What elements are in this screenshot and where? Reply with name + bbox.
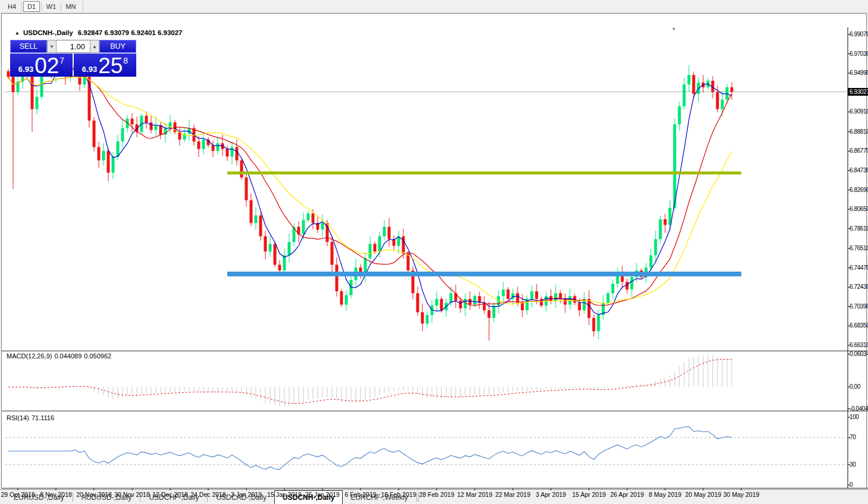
- candle-body: [307, 213, 310, 220]
- candle-body: [554, 293, 557, 301]
- date-axis-label: 24 Dec 2018: [190, 491, 226, 498]
- date-axis-label: 26 Apr 2019: [610, 491, 644, 498]
- chart-canvas[interactable]: [2, 14, 868, 504]
- candle-body: [678, 106, 681, 124]
- price-axis-label: 6.90910: [850, 108, 868, 115]
- candle-body: [369, 244, 372, 258]
- one-click-trading-panel: SELL ▼ ▲ BUY 6.93 02 7 6.93 25 8: [10, 40, 136, 77]
- date-axis-label: 29 Oct 2018: [1, 491, 35, 498]
- candle-body: [269, 244, 272, 251]
- current-price-tag: 6.93027: [848, 88, 868, 96]
- candle-body: [731, 87, 734, 92]
- date-axis-label: 20 May 2019: [685, 491, 722, 498]
- collapse-arrow-icon[interactable]: ▲: [15, 30, 20, 36]
- candle-body: [312, 213, 315, 223]
- toolbar-separator: [21, 2, 22, 11]
- candle-body: [112, 156, 115, 172]
- volume-stepper: ▼ ▲: [47, 40, 99, 53]
- candle-body: [578, 303, 581, 310]
- price-axis-label: 6.78610: [850, 225, 868, 232]
- buy-price-box[interactable]: 6.93 25 8: [74, 53, 136, 77]
- candle-body: [440, 299, 443, 310]
- buy-button[interactable]: BUY: [99, 40, 136, 53]
- date-axis-label: 18 Feb 2019: [381, 491, 416, 498]
- candle-body: [255, 215, 258, 223]
- rsi-label: RSI(14): [7, 414, 29, 421]
- volume-increase-button[interactable]: ▲: [90, 40, 99, 53]
- candle-body: [93, 121, 96, 147]
- candle-body: [383, 227, 386, 237]
- date-axis-label: 3 Jan 2019: [231, 491, 262, 498]
- volume-decrease-button[interactable]: ▼: [47, 40, 57, 53]
- candle-body: [416, 293, 419, 312]
- timeframe-button-mn[interactable]: MN: [62, 1, 79, 12]
- moving-average-line-mid: [8, 76, 732, 305]
- rsi-axis-label: 70: [850, 434, 868, 440]
- candle-body: [535, 291, 538, 299]
- price-axis-label: 6.94990: [850, 70, 868, 76]
- price-axis-label: 6.86770: [850, 147, 868, 154]
- chart-symbol-title: USDCNH-,Daily: [23, 29, 73, 36]
- price-axis-label: 6.97030: [850, 51, 868, 57]
- macd-indicator-header: MACD(12,26,9)0.0440890.050962: [7, 352, 114, 360]
- candle-body: [107, 151, 110, 173]
- candle-body: [121, 128, 124, 141]
- toolbar-separator: [61, 2, 61, 11]
- candle-body: [155, 125, 158, 130]
- mt4-window: H4D1W1MN ▲USDCNH-,Daily6.92847 6.93079 6…: [0, 0, 868, 504]
- date-axis-label: 3 Apr 2019: [536, 491, 566, 498]
- candle-body: [212, 145, 215, 151]
- candle-body: [450, 293, 453, 303]
- candle-body: [664, 219, 667, 225]
- candle-body: [288, 242, 291, 255]
- candle-body: [250, 200, 253, 223]
- sell-button[interactable]: SELL: [10, 40, 47, 53]
- timeframe-button-h4[interactable]: H4: [4, 1, 20, 12]
- candle-body: [259, 215, 262, 236]
- candle-body: [374, 244, 377, 251]
- timeframe-button-w1[interactable]: W1: [43, 1, 59, 12]
- candle-body: [297, 227, 300, 235]
- date-axis-label: 12 Mar 2019: [457, 491, 493, 498]
- date-axis-label: 30 Nov 2018: [114, 491, 150, 498]
- candle-body: [488, 310, 491, 318]
- price-axis-label: 6.74470: [850, 264, 868, 271]
- sell-price-box[interactable]: 6.93 02 7: [10, 53, 73, 77]
- candle-body: [217, 143, 220, 151]
- rsi-value: 71.1116: [32, 414, 54, 421]
- macd-axis-label: -0.04041: [850, 405, 868, 412]
- date-axis-label: 8 Nov 2018: [40, 491, 72, 498]
- candle-body: [650, 255, 653, 267]
- candle-body: [274, 244, 277, 264]
- macd-label: MACD(12,26,9): [7, 352, 52, 360]
- price-axis-label: 6.82690: [850, 187, 868, 193]
- chart-window: ▲USDCNH-,Daily6.92847 6.93079 6.92401 6.…: [1, 13, 867, 489]
- candle-body: [388, 227, 391, 240]
- candle-body: [521, 303, 524, 310]
- candle-body: [692, 75, 695, 94]
- candle-body: [531, 291, 534, 299]
- price-axis-label: 6.80650: [850, 206, 868, 212]
- candle-body: [593, 318, 596, 331]
- candle-body: [478, 296, 481, 303]
- price-axis-label: 6.99070: [850, 31, 868, 37]
- moving-average-line-slow: [8, 77, 732, 304]
- candle-body: [654, 239, 657, 255]
- candle-body: [236, 147, 239, 160]
- candle-body: [102, 151, 105, 160]
- chart-header: ▲USDCNH-,Daily6.92847 6.93079 6.92401 6.…: [15, 29, 183, 36]
- volume-input[interactable]: [57, 40, 90, 53]
- macd-axis-label: 0.00: [850, 383, 868, 390]
- rsi-line: [8, 427, 732, 470]
- rsi-axis-label: 100: [850, 414, 868, 420]
- candle-body: [631, 277, 634, 289]
- candle-body: [345, 295, 348, 305]
- candle-body: [340, 291, 343, 304]
- rsi-axis-label: 30: [850, 461, 868, 468]
- candle-body: [426, 315, 429, 323]
- candle-body: [31, 75, 34, 109]
- timeframe-button-d1[interactable]: D1: [23, 1, 40, 12]
- chart-shift-marker-icon[interactable]: ▼: [671, 26, 676, 32]
- date-axis-label: 6 Feb 2019: [344, 491, 376, 498]
- candle-body: [378, 237, 381, 252]
